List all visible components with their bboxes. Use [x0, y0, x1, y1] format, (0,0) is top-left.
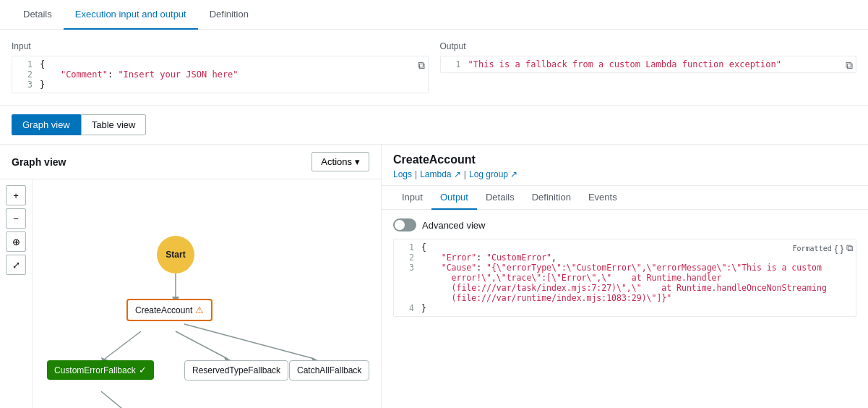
tab-input[interactable]: Input: [393, 186, 431, 210]
node-create-account[interactable]: CreateAccount ⚠: [126, 299, 212, 321]
advanced-view-label: Advanced view: [422, 220, 485, 231]
svg-line-4: [176, 331, 228, 359]
graph-view-button[interactable]: Graph view: [12, 114, 81, 135]
tab-details[interactable]: Details: [12, 0, 64, 30]
out-line-1: {: [421, 242, 426, 252]
tab-output[interactable]: Output: [431, 186, 477, 210]
input-code-block: 1{ 2 "Comment": "Insert your JSON here" …: [12, 56, 429, 93]
graph-canvas: Start CreateAccount ⚠ CustomErrorFallbac…: [33, 179, 381, 408]
tab-definition[interactable]: Definition: [523, 186, 580, 210]
zoom-out-button[interactable]: −: [6, 208, 26, 229]
detail-panel: CreateAccount Logs | Lambda ↗ | Log grou…: [382, 145, 868, 408]
catch-all-label: CatchAllFallback: [297, 365, 361, 375]
actions-button[interactable]: Actions ▾: [311, 152, 369, 171]
node-start[interactable]: Start: [157, 236, 194, 273]
log-group-link[interactable]: Log group ↗: [469, 169, 517, 179]
lambda-external-icon: ↗: [454, 169, 461, 179]
svg-line-8: [101, 391, 155, 408]
detail-body: Advanced view Formatted { } ⧉ 1{ 2 "Erro…: [382, 210, 868, 408]
output-code-actions: Formatted { } ⧉: [793, 242, 853, 254]
svg-line-6: [184, 324, 314, 359]
top-tabs-bar: Details Execution input and output Defin…: [0, 0, 868, 30]
input-line-1: {: [40, 59, 45, 69]
formatted-icon-button[interactable]: { }: [835, 243, 843, 254]
detail-links: Logs | Lambda ↗ | Log group ↗: [393, 169, 856, 179]
svg-line-2: [105, 331, 141, 359]
check-icon: ✓: [139, 365, 147, 375]
table-view-button[interactable]: Table view: [81, 114, 147, 135]
output-label: Output: [440, 41, 857, 51]
pipe-sep-1: |: [415, 169, 417, 179]
output-copy-btn[interactable]: ⧉: [846, 242, 853, 254]
main-content: Graph view Actions ▾ + − ⊕ ⤢: [0, 145, 868, 408]
graph-panel: Graph view Actions ▾ + − ⊕ ⤢: [0, 145, 382, 408]
reserved-type-label: ReservedTypeFallback: [192, 365, 280, 375]
detail-title: CreateAccount: [393, 153, 856, 166]
pipe-sep-2: |: [464, 169, 466, 179]
output-code-inner: 1{ 2 "Error": "CustomError", 3 "Cause": …: [394, 239, 856, 316]
chevron-down-icon: ▾: [355, 156, 360, 167]
lambda-link[interactable]: Lambda ↗: [420, 169, 461, 179]
graph-panel-header: Graph view Actions ▾: [0, 145, 381, 179]
tab-events[interactable]: Events: [580, 186, 626, 210]
create-account-label: CreateAccount: [135, 305, 192, 315]
center-button[interactable]: ⊕: [6, 231, 26, 252]
tab-definition[interactable]: Definition: [198, 0, 260, 30]
input-line-2: "Comment": "Insert your JSON here": [40, 69, 239, 80]
logs-link[interactable]: Logs: [393, 169, 412, 179]
detail-header: CreateAccount Logs | Lambda ↗ | Log grou…: [382, 145, 868, 186]
io-section: Input 1{ 2 "Comment": "Insert your JSON …: [0, 30, 868, 106]
out-line-4: }: [421, 303, 426, 313]
graph-body: + − ⊕ ⤢: [0, 179, 381, 408]
input-label: Input: [12, 41, 429, 51]
node-custom-error-fallback[interactable]: CustomErrorFallback ✓: [47, 360, 154, 380]
output-code-area: Formatted { } ⧉ 1{ 2 "Error": "CustomErr…: [393, 239, 856, 317]
expand-button[interactable]: ⤢: [6, 255, 26, 275]
log-group-external-icon: ↗: [510, 169, 517, 179]
node-catch-all-fallback[interactable]: CatchAllFallback: [289, 360, 369, 381]
input-line-3: }: [40, 80, 45, 90]
output-line-1: "This is a fallback from a custom Lambda…: [468, 59, 781, 69]
advanced-view-toggle: Advanced view: [393, 218, 856, 231]
tab-execution-input-output[interactable]: Execution input and output: [64, 0, 198, 30]
actions-label: Actions: [321, 156, 352, 167]
toggle-knob: [395, 220, 405, 230]
warning-icon: ⚠: [195, 305, 204, 315]
toggle-switch[interactable]: [393, 218, 416, 231]
output-copy-button[interactable]: ⧉: [846, 59, 853, 72]
out-line-3: "Cause": "{\"errorType\":\"CustomError\"…: [421, 263, 827, 303]
detail-tabs-bar: Input Output Details Definition Events: [382, 186, 868, 210]
tab-details[interactable]: Details: [477, 186, 523, 210]
node-reserved-type-fallback[interactable]: ReservedTypeFallback: [184, 360, 288, 381]
input-box: Input 1{ 2 "Comment": "Insert your JSON …: [12, 41, 429, 93]
zoom-in-button[interactable]: +: [6, 185, 26, 205]
formatted-label: Formatted: [793, 245, 832, 252]
output-code-block: 1"This is a fallback from a custom Lambd…: [440, 56, 857, 73]
graph-tools: + − ⊕ ⤢: [0, 179, 33, 408]
input-copy-button[interactable]: ⧉: [418, 59, 425, 72]
custom-error-label: CustomErrorFallback: [54, 365, 136, 375]
view-toggle-bar: Graph view Table view: [0, 106, 868, 145]
out-line-2: "Error": "CustomError",: [421, 252, 557, 263]
output-box: Output 1"This is a fallback from a custo…: [440, 41, 857, 93]
graph-panel-title: Graph view: [12, 156, 66, 168]
